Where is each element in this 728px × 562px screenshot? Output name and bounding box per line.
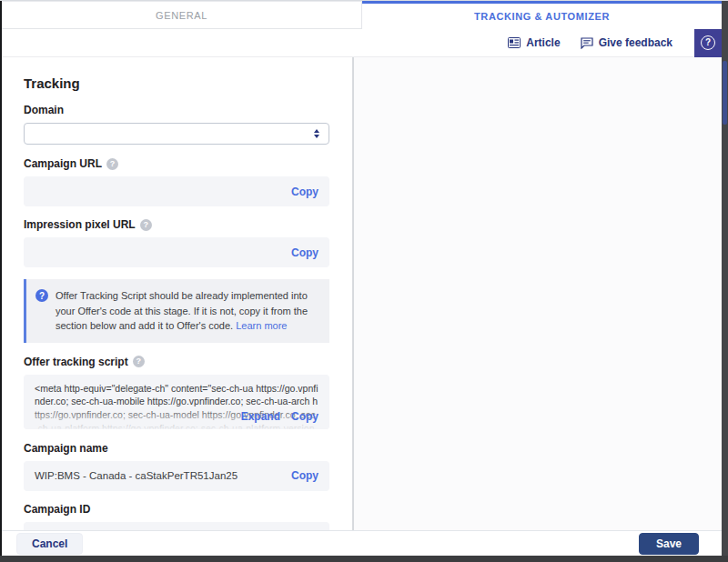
campaign-name-label: Campaign name xyxy=(24,442,329,455)
campaign-url-help-icon[interactable]: ? xyxy=(106,158,118,170)
offer-tracking-script-label: Offer tracking script ? xyxy=(24,356,329,368)
impression-pixel-copy-button[interactable]: Copy xyxy=(291,246,318,259)
footer-bar: Cancel Save xyxy=(2,530,722,556)
feedback-label: Give feedback xyxy=(599,36,672,49)
article-icon xyxy=(508,37,521,48)
help-button[interactable]: ? xyxy=(694,29,722,57)
notice-question-icon: ? xyxy=(35,289,48,302)
feedback-icon xyxy=(581,37,593,49)
save-button[interactable]: Save xyxy=(639,533,699,555)
campaign-url-box: Copy xyxy=(24,176,329,206)
tab-bar: GENERAL TRACKING & AUTOMIZER xyxy=(2,1,722,29)
script-copy-button[interactable]: Copy xyxy=(291,410,318,423)
select-arrows-icon xyxy=(314,129,319,138)
notice-text: Offer Tracking Script should be already … xyxy=(56,288,318,334)
campaign-url-label: Campaign URL ? xyxy=(24,157,329,170)
window-left-edge xyxy=(0,1,2,562)
tab-tracking-automizer-label: TRACKING & AUTOMIZER xyxy=(474,11,610,22)
tab-general[interactable]: GENERAL xyxy=(2,1,362,29)
campaign-id-label: Campaign ID xyxy=(24,503,329,516)
tracking-form-panel: Tracking Domain Campaign URL ? Copy Impr… xyxy=(2,57,352,530)
impression-pixel-box: Copy xyxy=(24,237,329,267)
script-expand-button[interactable]: Expand xyxy=(241,410,280,423)
campaign-name-box: WIP:BMS - Canada - caStakPerTR51Jan25 Co… xyxy=(24,461,329,491)
offer-tracking-script-box: <meta http-equiv="delegate-ch" content="… xyxy=(24,375,329,429)
give-feedback-link[interactable]: Give feedback xyxy=(581,36,672,49)
scrollbar-thumb[interactable] xyxy=(723,61,727,125)
article-link[interactable]: Article xyxy=(508,36,560,49)
campaign-name-copy-button[interactable]: Copy xyxy=(291,469,318,482)
campaign-url-copy-button[interactable]: Copy xyxy=(291,186,318,198)
help-icon: ? xyxy=(701,35,715,50)
cancel-button[interactable]: Cancel xyxy=(16,533,83,555)
campaign-name-value: WIP:BMS - Canada - caStakPerTR51Jan25 xyxy=(35,470,282,481)
tab-general-label: GENERAL xyxy=(156,10,207,21)
domain-select[interactable] xyxy=(24,123,329,145)
article-label: Article xyxy=(526,36,560,49)
learn-more-link[interactable]: Learn more xyxy=(236,320,287,331)
impression-pixel-label: Impression pixel URL ? xyxy=(24,218,329,231)
tracking-settings-window: GENERAL TRACKING & AUTOMIZER Article xyxy=(0,0,728,562)
domain-label: Domain xyxy=(24,104,329,116)
tracking-script-notice: ? Offer Tracking Script should be alread… xyxy=(24,279,329,343)
toolbar: Article Give feedback ? xyxy=(2,29,722,57)
page-title: Tracking xyxy=(24,75,329,91)
right-panel xyxy=(354,57,722,530)
window-bottom-edge xyxy=(0,556,728,562)
offer-tracking-script-help-icon[interactable]: ? xyxy=(133,356,145,367)
impression-pixel-help-icon[interactable]: ? xyxy=(140,219,152,231)
tab-tracking-automizer[interactable]: TRACKING & AUTOMIZER xyxy=(362,1,722,29)
scrollbar[interactable] xyxy=(722,1,728,556)
content-area: Tracking Domain Campaign URL ? Copy Impr… xyxy=(2,57,722,530)
